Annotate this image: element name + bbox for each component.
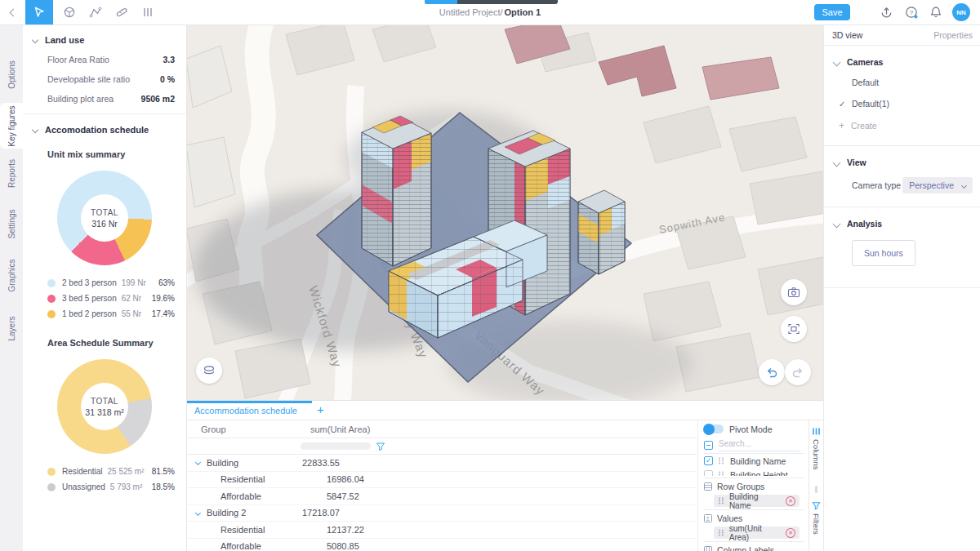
polyline-icon — [89, 6, 102, 19]
undo-button[interactable] — [759, 359, 785, 385]
screenshot-button[interactable] — [781, 279, 807, 305]
row-group-pill[interactable]: Building Name ✕ — [714, 495, 800, 507]
massing-tool-button[interactable] — [56, 0, 83, 24]
properties-label[interactable]: Properties — [933, 30, 973, 40]
undo-icon — [765, 366, 778, 379]
redo-icon — [791, 366, 804, 379]
chevron-down-icon[interactable] — [195, 510, 201, 516]
pivot-mode-toggle[interactable] — [704, 424, 724, 433]
create-camera-button[interactable]: +Create — [824, 114, 980, 137]
search-input[interactable]: Search... — [719, 439, 800, 451]
avatar[interactable]: NN — [952, 3, 970, 21]
export-icon — [880, 6, 893, 20]
rail-tab-options[interactable]: Options — [0, 49, 23, 100]
sphere-icon — [63, 6, 76, 19]
zoom-extents-button[interactable] — [781, 316, 807, 342]
analysis-section-header[interactable]: Analysis — [824, 212, 980, 233]
table-row[interactable]: Residential16986.04 — [186, 472, 697, 489]
column-search-row: Search... — [704, 438, 804, 454]
field-row-building-name[interactable]: ✓ Building Name — [704, 454, 804, 468]
basemap-layers-button[interactable] — [196, 358, 222, 384]
column-header-sum[interactable]: sum(Unit Area) — [307, 424, 370, 434]
left-rail: Options Key figures Reports Settings Gra… — [0, 24, 23, 551]
rail-tab-reports[interactable]: Reports — [0, 162, 23, 184]
accommodation-schedule-header[interactable]: Accomodation schedule — [23, 114, 186, 140]
grip-icon — [718, 457, 725, 464]
tab-columns[interactable]: Columns — [809, 420, 823, 484]
legend-dot — [47, 468, 56, 476]
chevron-down-icon[interactable] — [195, 460, 201, 465]
tab-filters[interactable]: Filters — [809, 495, 823, 551]
analysis-section: Analysis Sun hours — [824, 207, 980, 288]
key-figures-panel: Land use Floor Area Ratio3.3 Developable… — [23, 24, 187, 551]
cameras-section-header[interactable]: Cameras — [824, 51, 980, 72]
view-section: View Camera type Perspective — [824, 146, 980, 207]
select-tool-button[interactable] — [25, 0, 53, 24]
back-button[interactable] — [7, 6, 20, 19]
pointer-icon — [33, 6, 46, 19]
layers-icon — [203, 364, 216, 377]
section-tool-button[interactable] — [134, 0, 162, 24]
area-schedule-legend: Residential25 525 m²81.5% Unassigned5 79… — [23, 460, 186, 495]
tab-accommodation-schedule[interactable]: Accommodation schedule — [186, 401, 312, 422]
columns-icon — [812, 427, 821, 436]
row-groups-icon — [704, 482, 712, 491]
table-row[interactable]: Residential12137.22 — [186, 522, 697, 539]
redo-button[interactable] — [785, 359, 811, 385]
table-row[interactable]: Affordable5080.85 — [186, 539, 697, 551]
select-all-checkbox[interactable] — [704, 441, 713, 450]
chevron-down-icon — [961, 182, 967, 188]
remove-icon[interactable]: ✕ — [786, 528, 795, 538]
notifications-button[interactable] — [928, 4, 944, 20]
frame-icon — [787, 322, 800, 335]
add-tab-button[interactable]: + — [312, 401, 332, 416]
column-labels-header: Column Labels — [704, 541, 804, 551]
check-icon: ✓ — [706, 457, 712, 464]
rail-tab-layers[interactable]: Layers — [0, 317, 23, 340]
value-pill[interactable]: sum(Unit Area) ✕ — [714, 527, 800, 539]
rail-tab-key-figures[interactable]: Key figures — [0, 103, 23, 149]
chevron-down-icon — [32, 127, 38, 133]
legend-item: Unassigned5 793 m²18.5% — [47, 479, 175, 495]
panel-title: 3D view — [832, 30, 862, 40]
land-use-header[interactable]: Land use — [23, 24, 186, 50]
table-row[interactable]: Building22833.55 — [186, 455, 697, 472]
camera-item-default[interactable]: Default — [824, 72, 980, 93]
help-button[interactable]: ? — [903, 4, 920, 20]
map-3d-view[interactable]: Canal Walk Green Ferry Way Wickford Way … — [186, 24, 823, 400]
pivot-mode-row: Pivot Mode — [704, 420, 804, 438]
legend-dot — [47, 310, 56, 318]
table-row[interactable]: Affordable5847.52 — [186, 488, 697, 505]
filter-input[interactable] — [301, 442, 371, 450]
tower-d — [578, 190, 625, 274]
camera-type-select[interactable]: Perspective — [902, 177, 973, 193]
field-row-building-height[interactable]: Building Height — [704, 468, 804, 476]
camera-type-row: Camera type Perspective — [824, 172, 980, 198]
view-section-header[interactable]: View — [824, 151, 980, 172]
rail-tab-settings[interactable]: Settings — [0, 211, 23, 237]
svg-text:Σ: Σ — [706, 515, 710, 521]
remove-icon[interactable]: ✕ — [786, 496, 795, 506]
top-bar: Untitled Project/Option 1 Save ? NN — [0, 0, 980, 25]
table-row[interactable]: Building 217218.07 — [186, 505, 697, 522]
funnel-icon[interactable] — [376, 442, 385, 451]
checkbox-unchecked[interactable] — [704, 470, 713, 476]
legend-item: 3 bed 5 person62 Nr19.6% — [47, 291, 175, 306]
schedule-tab-row: Accommodation schedule + — [186, 401, 823, 420]
sun-hours-button[interactable]: Sun hours — [852, 240, 915, 266]
share-button[interactable] — [878, 4, 894, 20]
measure-tool-button[interactable] — [108, 0, 136, 24]
plus-icon: + — [839, 120, 844, 131]
chevron-down-icon — [32, 37, 38, 43]
camera-item-default1[interactable]: ✓Default(1) — [824, 93, 980, 114]
path-tool-button[interactable] — [82, 0, 109, 24]
legend-item: Residential25 525 m²81.5% — [47, 464, 175, 479]
checkbox-checked[interactable]: ✓ — [704, 456, 713, 465]
unit-mix-legend: 2 bed 3 person199 Nr63% 3 bed 5 person62… — [23, 272, 186, 322]
bell-icon — [929, 6, 942, 19]
column-header-group[interactable]: Group — [186, 424, 307, 434]
save-button[interactable]: Save — [814, 4, 850, 20]
rail-tab-graphics[interactable]: Graphics — [0, 261, 23, 289]
table-header: Group sum(Unit Area) — [186, 420, 697, 438]
browser-notch — [425, 0, 558, 4]
